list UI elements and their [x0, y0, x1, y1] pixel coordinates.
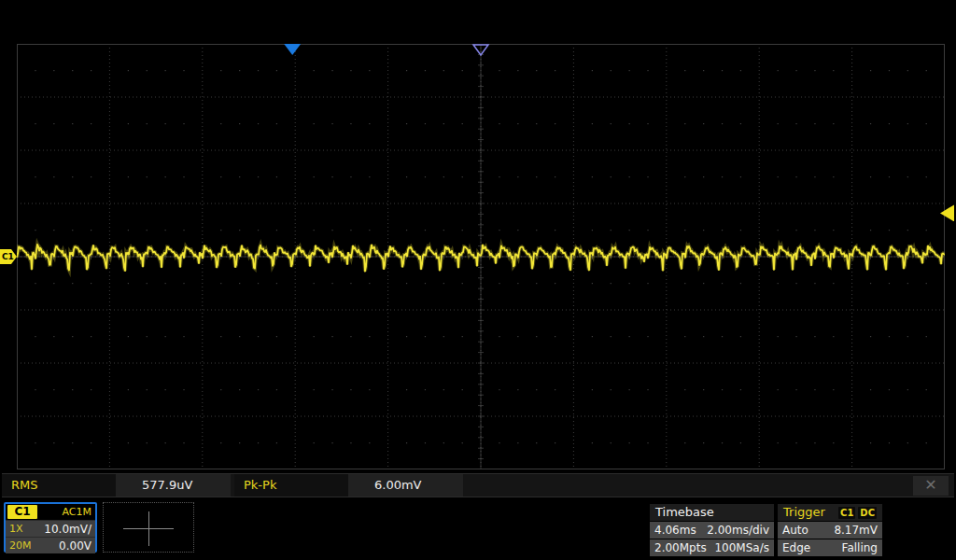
bandwidth-limit-label: 20M	[9, 539, 32, 552]
trigger-title: Trigger	[783, 504, 836, 521]
trigger-delay-reference-marker[interactable]	[471, 44, 490, 57]
memory-depth-value: 2.00Mpts	[654, 539, 707, 556]
trigger-descriptor[interactable]: Trigger C1 DC Auto 8.17mV Edge Falling	[778, 504, 882, 556]
volts-per-div-value: 10.0mV/	[23, 523, 91, 536]
trigger-type-value: Edge	[782, 539, 810, 556]
top-menu-bar	[0, 0, 956, 44]
sample-rate-value: 100MSa/s	[714, 539, 769, 556]
timebase-row-1: 4.06ms 2.00ms/div	[650, 522, 774, 539]
oscilloscope-screen: C1 RMS 577.9uV Pk-Pk 6.00mV ✕ C1 AC1M 1X…	[0, 0, 956, 560]
graticule-and-trace	[17, 44, 945, 469]
waveform-display[interactable]	[17, 44, 945, 469]
probe-attenuation-label: 1X	[9, 523, 23, 535]
trigger-level-value: 8.17mV	[834, 522, 878, 539]
channel-scale-row: 1X 10.0mV/	[6, 520, 95, 537]
channel-name-badge: C1	[7, 505, 37, 519]
status-bar: C1 AC1M 1X 10.0mV/ 20M 0.00V Timebase 4.…	[0, 500, 956, 560]
channel-position-marker[interactable]: C1	[0, 249, 17, 264]
trigger-slope-value: Falling	[842, 539, 878, 556]
channel-coupling-label: AC1M	[37, 506, 95, 518]
timebase-scale-value: 2.00ms/div	[707, 522, 769, 539]
plus-icon	[148, 511, 149, 546]
trigger-header: Trigger C1 DC	[778, 504, 882, 521]
trigger-source-badge: C1	[838, 507, 855, 519]
measurement-label-pkpk[interactable]: Pk-Pk	[234, 474, 348, 497]
measurement-value-rms: 577.9uV	[116, 474, 231, 497]
trigger-row-2: Edge Falling	[778, 539, 882, 556]
timebase-descriptor[interactable]: Timebase 4.06ms 2.00ms/div 2.00Mpts 100M…	[650, 504, 774, 556]
timebase-row-2: 2.00Mpts 100MSa/s	[650, 539, 774, 556]
trigger-mode-value: Auto	[782, 522, 808, 539]
channel-header: C1 AC1M	[6, 504, 95, 520]
close-icon[interactable]: ✕	[913, 476, 949, 496]
timebase-delay-value: 4.06ms	[654, 522, 696, 539]
measurement-label-rms[interactable]: RMS	[2, 474, 116, 497]
measurement-value-pkpk: 6.00mV	[348, 474, 463, 497]
add-trace-button[interactable]	[103, 502, 194, 553]
channel-1-descriptor[interactable]: C1 AC1M 1X 10.0mV/ 20M 0.00V	[4, 502, 97, 553]
measurement-bar: RMS 577.9uV Pk-Pk 6.00mV ✕	[2, 473, 954, 497]
trigger-coupling-badge: DC	[858, 507, 877, 519]
channel-offset-value: 0.00V	[32, 539, 92, 553]
channel-offset-row: 20M 0.00V	[6, 537, 95, 553]
timebase-title: Timebase	[650, 504, 774, 521]
trigger-row-1: Auto 8.17mV	[778, 522, 882, 539]
